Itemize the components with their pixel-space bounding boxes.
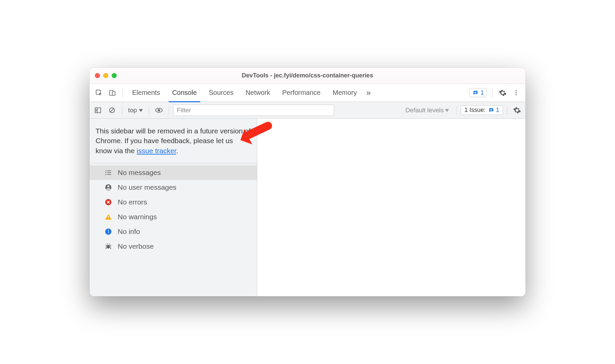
svg-rect-2 bbox=[112, 92, 115, 95]
dropdown-triangle-icon bbox=[139, 108, 143, 112]
device-toolbar-icon[interactable] bbox=[106, 87, 118, 99]
content-area: This sidebar will be removed in a future… bbox=[90, 119, 525, 296]
issues-count: 1 bbox=[496, 107, 499, 114]
error-icon bbox=[104, 198, 112, 206]
separator bbox=[492, 88, 493, 98]
inspect-element-icon[interactable] bbox=[93, 87, 105, 99]
fullscreen-window-button[interactable] bbox=[112, 73, 117, 78]
devtools-window: DevTools - jec.fyi/demo/css-container-qu… bbox=[90, 68, 525, 296]
separator bbox=[507, 106, 507, 115]
notice-text: . bbox=[176, 147, 178, 155]
svg-point-23 bbox=[107, 185, 109, 187]
toggle-sidebar-icon[interactable] bbox=[92, 105, 104, 116]
svg-point-29 bbox=[108, 230, 109, 231]
clear-console-icon[interactable] bbox=[106, 105, 118, 116]
svg-rect-17 bbox=[107, 171, 111, 171]
svg-point-6 bbox=[515, 92, 516, 93]
svg-rect-3 bbox=[474, 92, 477, 93]
context-selector[interactable]: top bbox=[126, 107, 145, 114]
filter-label: No warnings bbox=[118, 213, 157, 221]
issues-chip: 1 bbox=[488, 107, 499, 114]
svg-point-5 bbox=[515, 90, 516, 91]
tab-memory[interactable]: Memory bbox=[327, 84, 363, 102]
svg-rect-15 bbox=[490, 110, 492, 111]
filter-user-messages[interactable]: No user messages bbox=[90, 180, 257, 195]
warning-icon bbox=[104, 213, 112, 221]
tab-elements[interactable]: Elements bbox=[126, 84, 166, 102]
deprecation-notice: This sidebar will be removed in a future… bbox=[90, 119, 257, 163]
svg-rect-26 bbox=[108, 219, 109, 219]
tab-label: Network bbox=[245, 89, 270, 97]
issue-tracker-link[interactable]: issue tracker bbox=[137, 147, 176, 155]
filter-list: No messages No user messages No errors N… bbox=[90, 163, 257, 256]
filter-label: No verbose bbox=[118, 242, 154, 250]
tab-label: Performance bbox=[282, 89, 321, 97]
bug-icon bbox=[104, 242, 112, 250]
filter-label: No errors bbox=[118, 198, 147, 206]
main-tabstrip: Elements Console Sources Network Perform… bbox=[90, 84, 525, 102]
svg-rect-25 bbox=[108, 216, 109, 218]
console-prompt-icon: › bbox=[262, 122, 266, 130]
live-expression-icon[interactable] bbox=[153, 105, 165, 116]
log-levels-selector[interactable]: Default levels bbox=[402, 107, 452, 114]
feedback-count: 1 bbox=[481, 89, 484, 96]
close-window-button[interactable] bbox=[95, 73, 100, 78]
tab-network[interactable]: Network bbox=[239, 84, 276, 102]
console-settings-icon[interactable] bbox=[511, 105, 523, 116]
user-icon bbox=[104, 183, 112, 191]
tab-sources[interactable]: Sources bbox=[203, 84, 239, 102]
svg-point-30 bbox=[107, 245, 110, 249]
tab-label: Memory bbox=[333, 89, 357, 97]
levels-label: Default levels bbox=[405, 107, 444, 114]
context-label: top bbox=[128, 107, 137, 114]
filter-warnings[interactable]: No warnings bbox=[90, 209, 257, 224]
console-toolbar: top Default levels 1 Issue: 1 bbox=[90, 102, 525, 119]
filter-input[interactable] bbox=[173, 105, 334, 116]
svg-rect-28 bbox=[108, 231, 109, 233]
minimize-window-button[interactable] bbox=[103, 73, 108, 78]
tab-label: Elements bbox=[132, 89, 160, 97]
filter-label: No messages bbox=[118, 169, 161, 177]
window-controls bbox=[95, 73, 117, 78]
separator bbox=[122, 88, 123, 98]
filter-info[interactable]: No info bbox=[90, 224, 257, 239]
filter-label: No info bbox=[118, 228, 140, 236]
feedback-badge[interactable]: 1 bbox=[469, 88, 487, 97]
issues-label: 1 Issue: bbox=[464, 107, 486, 114]
list-icon bbox=[104, 169, 112, 177]
window-title: DevTools - jec.fyi/demo/css-container-qu… bbox=[90, 72, 525, 79]
svg-rect-19 bbox=[107, 172, 111, 173]
svg-point-18 bbox=[105, 172, 106, 173]
chevron-double-right-icon: » bbox=[366, 88, 371, 98]
separator bbox=[122, 106, 122, 115]
filter-label: No user messages bbox=[118, 183, 176, 191]
info-icon bbox=[104, 228, 112, 236]
svg-rect-4 bbox=[474, 93, 476, 93]
separator bbox=[169, 106, 169, 115]
issues-button[interactable]: 1 Issue: 1 bbox=[461, 105, 503, 115]
svg-point-20 bbox=[105, 174, 106, 175]
separator bbox=[456, 106, 457, 115]
svg-rect-8 bbox=[95, 108, 101, 113]
svg-point-13 bbox=[158, 109, 160, 111]
filter-messages[interactable]: No messages bbox=[90, 165, 257, 180]
console-output-pane[interactable]: › bbox=[257, 119, 525, 296]
tab-performance[interactable]: Performance bbox=[276, 84, 327, 102]
separator bbox=[149, 106, 149, 115]
svg-line-11 bbox=[110, 109, 113, 112]
filter-errors[interactable]: No errors bbox=[90, 195, 257, 209]
more-menu-icon[interactable] bbox=[510, 87, 522, 99]
tab-label: Console bbox=[172, 89, 197, 97]
feedback-icon bbox=[472, 90, 479, 96]
svg-point-7 bbox=[515, 94, 516, 95]
filter-verbose[interactable]: No verbose bbox=[90, 239, 257, 254]
titlebar: DevTools - jec.fyi/demo/css-container-qu… bbox=[90, 68, 525, 84]
dropdown-triangle-icon bbox=[445, 108, 449, 112]
tab-console[interactable]: Console bbox=[166, 84, 203, 102]
svg-rect-14 bbox=[490, 109, 493, 110]
settings-icon[interactable] bbox=[497, 87, 509, 99]
tab-label: Sources bbox=[209, 89, 233, 97]
console-sidebar: This sidebar will be removed in a future… bbox=[90, 119, 257, 296]
svg-point-16 bbox=[105, 170, 106, 171]
tabs-overflow-button[interactable]: » bbox=[363, 84, 374, 102]
